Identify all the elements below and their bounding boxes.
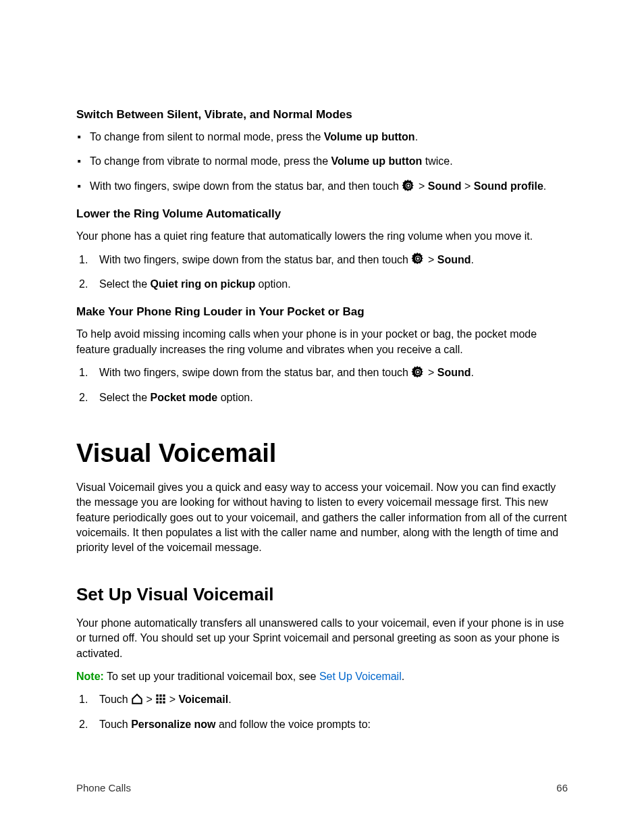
list-item: With two fingers, swipe down from the st… — [79, 365, 568, 380]
section-heading-lower-ring: Lower the Ring Volume Automatically — [76, 207, 568, 221]
lower-ring-steps: With two fingers, swipe down from the st… — [76, 253, 568, 292]
text-bold: Volume up button — [324, 131, 415, 142]
text: twice. — [422, 155, 452, 167]
text: Touch — [99, 719, 131, 730]
text: option. — [255, 278, 290, 290]
svg-rect-2 — [163, 695, 165, 697]
text: . — [471, 254, 473, 265]
text: To change from silent to normal mode, pr… — [90, 131, 324, 142]
text: To change from vibrate to normal mode, p… — [90, 155, 331, 167]
settings-gear-icon — [411, 252, 425, 265]
text: > — [415, 180, 427, 192]
list-item: Touch > > Voicemail. — [79, 692, 568, 707]
apps-grid-icon — [155, 694, 166, 704]
text-bold: Quiet ring on pickup — [151, 278, 256, 290]
page-footer: Phone Calls 66 — [76, 782, 568, 793]
settings-gear-icon — [411, 365, 425, 379]
text: option. — [217, 392, 252, 403]
text: > — [461, 180, 473, 192]
text-bold: Sound — [437, 367, 471, 378]
text: and follow the voice prompts to: — [216, 719, 371, 730]
page-title-visual-voicemail: Visual Voicemail — [76, 439, 568, 468]
list-item: With two fingers, swipe down from the st… — [79, 253, 568, 267]
body-paragraph: Visual Voicemail gives you a quick and e… — [76, 480, 568, 556]
list-item: To change from vibrate to normal mode, p… — [90, 154, 568, 169]
section-title-setup-vv: Set Up Visual Voicemail — [76, 584, 568, 605]
text: . — [471, 367, 473, 378]
text-bold: Personalize now — [131, 719, 215, 730]
text: Select the — [99, 278, 151, 290]
svg-rect-1 — [160, 695, 162, 697]
note-label: Note: — [76, 671, 104, 682]
list-item: Select the Pocket mode option. — [79, 390, 568, 405]
body-paragraph: To help avoid missing incoming calls whe… — [76, 327, 568, 357]
section-heading-switch-modes: Switch Between Silent, Vibrate, and Norm… — [76, 108, 568, 122]
setup-vv-steps: Touch > > Voicemail. Touch Personalize n… — [76, 692, 568, 732]
text-bold: Sound — [428, 180, 462, 192]
section-heading-pocket-bag: Make Your Phone Ring Louder in Your Pock… — [76, 305, 568, 319]
svg-rect-3 — [157, 698, 159, 700]
list-item: To change from silent to normal mode, pr… — [90, 130, 568, 145]
switch-modes-list: To change from silent to normal mode, pr… — [76, 130, 568, 194]
text: . — [415, 131, 418, 142]
text: With two fingers, swipe down from the st… — [90, 180, 402, 192]
svg-rect-4 — [160, 698, 162, 700]
footer-page-number: 66 — [556, 782, 568, 793]
text: . — [402, 671, 404, 682]
text: > — [425, 367, 437, 378]
svg-rect-6 — [157, 702, 159, 704]
text: With two fingers, swipe down from the st… — [99, 254, 411, 265]
list-item: Select the Quiet ring on pickup option. — [79, 277, 568, 292]
svg-rect-7 — [160, 702, 162, 704]
note-text: To set up your traditional voicemail box… — [104, 671, 319, 682]
note-paragraph: Note: To set up your traditional voicema… — [76, 669, 568, 684]
svg-rect-5 — [163, 698, 165, 700]
svg-rect-0 — [157, 695, 159, 697]
settings-gear-icon — [402, 179, 415, 192]
text-bold: Volume up button — [331, 155, 423, 167]
text-bold: Sound profile — [474, 180, 543, 192]
pocket-bag-steps: With two fingers, swipe down from the st… — [76, 365, 568, 405]
svg-rect-8 — [163, 702, 165, 704]
text: . — [543, 180, 546, 192]
text-bold: Sound — [437, 254, 471, 265]
text: > — [425, 254, 437, 265]
list-item: With two fingers, swipe down from the st… — [90, 179, 568, 194]
text-bold: Voicemail — [179, 694, 229, 705]
text: > — [143, 694, 155, 705]
text: Touch — [99, 694, 131, 705]
body-paragraph: Your phone has a quiet ring feature that… — [76, 229, 568, 244]
text: Select the — [99, 392, 151, 403]
text-bold: Pocket mode — [151, 392, 218, 403]
text: With two fingers, swipe down from the st… — [99, 367, 411, 378]
body-paragraph: Your phone automatically transfers all u… — [76, 616, 568, 661]
text: > — [166, 694, 178, 705]
footer-section-name: Phone Calls — [76, 782, 131, 793]
link-setup-voicemail[interactable]: Set Up Voicemail — [319, 671, 402, 682]
list-item: Touch Personalize now and follow the voi… — [79, 717, 568, 732]
text: . — [228, 694, 231, 705]
home-icon — [131, 693, 143, 705]
